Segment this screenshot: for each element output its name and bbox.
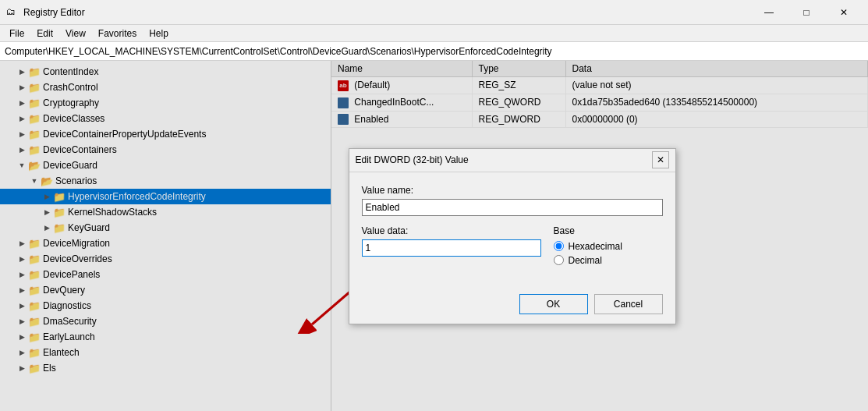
dialog-title: Edit DWORD (32-bit) Value (356, 154, 469, 165)
cancel-button[interactable]: Cancel (594, 294, 663, 314)
dialog-close-button[interactable]: ✕ (652, 151, 669, 168)
title-bar-text: Registry Editor (23, 7, 751, 18)
dialog-overlay: Edit DWORD (32-bit) Value ✕ Value name: … (0, 61, 868, 411)
menu-file[interactable]: File (3, 27, 30, 40)
menu-favorites[interactable]: Favorites (92, 27, 143, 40)
radio-dec-input[interactable] (554, 255, 564, 265)
value-name-label: Value name: (362, 185, 663, 196)
radio-decimal[interactable]: Decimal (554, 255, 663, 266)
ok-button[interactable]: OK (519, 294, 588, 314)
app-icon: 🗂 (6, 6, 19, 19)
close-button[interactable]: ✕ (826, 5, 862, 20)
menu-view[interactable]: View (59, 27, 92, 40)
value-data-label: Value data: (362, 225, 541, 236)
radio-hex-label: Hexadecimal (569, 241, 622, 252)
maximize-button[interactable]: □ (788, 5, 824, 20)
base-label: Base (554, 225, 663, 236)
menu-bar: File Edit View Favorites Help (0, 25, 868, 42)
dialog-footer: OK Cancel (349, 288, 675, 324)
address-path: Computer\HKEY_LOCAL_MACHINE\SYSTEM\Curre… (5, 46, 552, 57)
dialog-body: Value name: Value data: Base H (349, 172, 675, 288)
radio-dec-label: Decimal (569, 255, 602, 266)
address-bar: Computer\HKEY_LOCAL_MACHINE\SYSTEM\Curre… (0, 42, 868, 61)
value-name-group: Value name: (362, 185, 663, 216)
dialog-titlebar: Edit DWORD (32-bit) Value ✕ (349, 149, 675, 172)
radio-hexadecimal[interactable]: Hexadecimal (554, 241, 663, 252)
radio-hex-input[interactable] (554, 241, 564, 251)
value-data-wrap: Value data: (362, 225, 541, 266)
value-data-row: Value data: Base Hexadecimal (362, 225, 663, 266)
menu-help[interactable]: Help (143, 27, 175, 40)
base-group: Base Hexadecimal Decimal (554, 225, 663, 266)
minimize-button[interactable]: — (751, 5, 787, 20)
title-bar: 🗂 Registry Editor — □ ✕ (0, 0, 868, 25)
value-name-input[interactable] (362, 199, 663, 216)
title-bar-controls: — □ ✕ (751, 5, 862, 20)
edit-dword-dialog: Edit DWORD (32-bit) Value ✕ Value name: … (349, 148, 676, 324)
value-data-input[interactable] (362, 239, 541, 257)
main-content: ▶ 📁 ContentIndex ▶ 📁 CrashControl ▶ 📁 Cr… (0, 61, 868, 411)
menu-edit[interactable]: Edit (30, 27, 59, 40)
radio-group: Hexadecimal Decimal (554, 241, 663, 266)
